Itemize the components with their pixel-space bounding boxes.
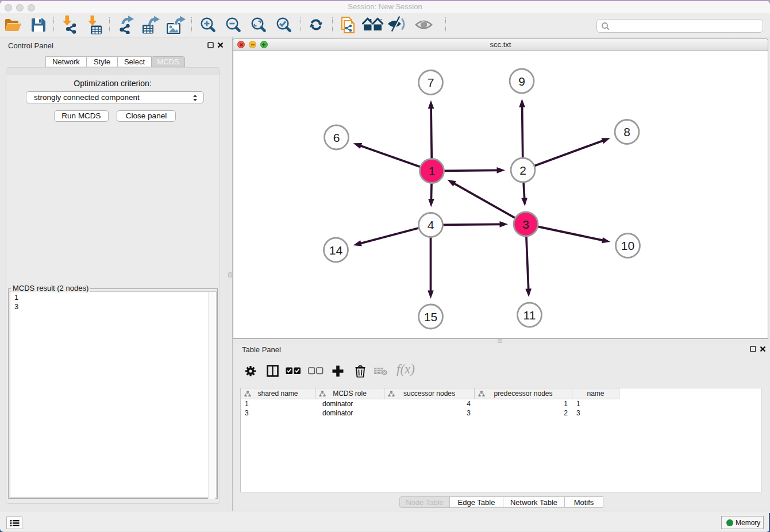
svg-text:3: 3 bbox=[522, 218, 529, 231]
svg-text:8: 8 bbox=[623, 125, 630, 138]
svg-text:7: 7 bbox=[428, 76, 434, 89]
svg-text:4: 4 bbox=[428, 218, 434, 232]
svg-text:11: 11 bbox=[523, 309, 536, 322]
svg-text:15: 15 bbox=[424, 310, 437, 323]
svg-text:2: 2 bbox=[519, 164, 526, 177]
svg-text:1: 1 bbox=[429, 164, 436, 178]
svg-text:6: 6 bbox=[333, 131, 340, 144]
svg-text:14: 14 bbox=[329, 244, 343, 257]
svg-text:9: 9 bbox=[518, 75, 525, 88]
svg-text:10: 10 bbox=[621, 239, 634, 252]
